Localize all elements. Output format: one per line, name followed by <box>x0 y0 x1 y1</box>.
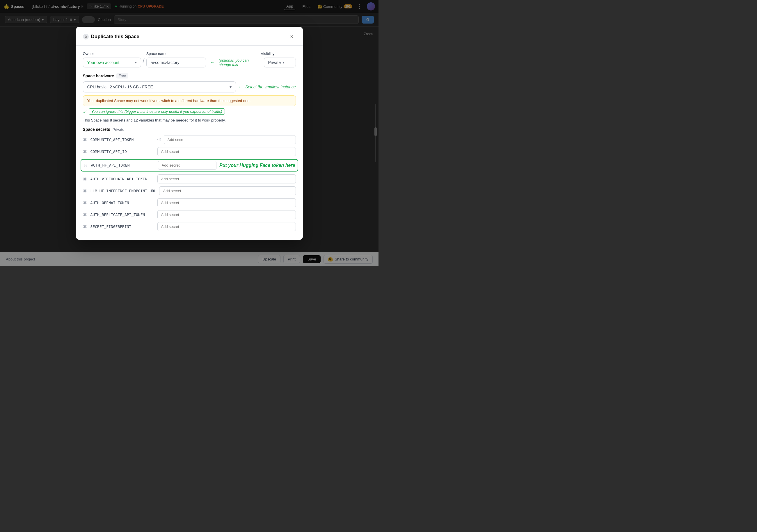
modal-title-area: ⊙ Duplicate this Space <box>83 34 139 40</box>
hardware-arrow-icon: ← <box>238 84 243 90</box>
modal-close-button[interactable]: × <box>288 33 296 41</box>
secrets-section-header: Space secrets Private <box>83 127 296 132</box>
secret-name: AUTH_OPENAI_TOKEN <box>90 201 155 205</box>
key-icon: ⌘ <box>83 163 88 168</box>
visibility-value: Private <box>268 60 281 65</box>
space-name-group: Space name ← (optional) you can change t… <box>146 51 261 68</box>
duplicate-space-modal: ⊙ Duplicate this Space × Owner Your own … <box>76 27 303 240</box>
path-separator: / <box>141 57 146 68</box>
secret-name: AUTH_VIDEOCHAIN_API_TOKEN <box>90 177 155 181</box>
chevron-down-icon-4: ▾ <box>229 85 231 89</box>
hf-token-hint: Put your Hugging Face token here <box>219 163 295 168</box>
private-badge: Private <box>112 127 124 132</box>
optional-hint: (optional) you can change this <box>219 58 261 67</box>
secret-input[interactable] <box>159 186 296 195</box>
chevron-down-icon: ▾ <box>135 61 137 65</box>
owner-spacename-row: Owner Your own account ▾ / Space name ← … <box>83 51 296 68</box>
secret-row: ⌘ AUTH_OPENAI_TOKEN <box>83 198 296 207</box>
secret-row: ⌘ SECRET_FINGERPRINT <box>83 222 296 231</box>
free-badge: Free <box>116 73 128 78</box>
owner-selector[interactable]: Your own account ▾ <box>83 58 141 68</box>
owner-label: Owner <box>83 51 141 56</box>
secrets-container: ⌘ COMMUNITY_API_TOKEN ⓘ ⌘ COMMUNITY_API_… <box>83 135 296 231</box>
secret-name: COMMUNITY_API_TOKEN <box>90 137 155 142</box>
key-icon: ⌘ <box>83 224 88 229</box>
hardware-section-header: Space hardware Free <box>83 73 296 78</box>
hardware-dropdown[interactable]: CPU basic · 2 vCPU · 16 GB · FREE ▾ <box>83 81 236 93</box>
modal-title: Duplicate this Space <box>91 34 139 40</box>
secret-name: LLM_HF_INFERENCE_ENDPOINT_URL <box>90 189 157 193</box>
arrow-icon: ← <box>210 60 215 65</box>
hardware-title: Space hardware <box>83 73 114 78</box>
info-icon: ⓘ <box>157 137 161 142</box>
secret-row: ⌘ COMMUNITY_API_ID <box>83 147 296 156</box>
space-name-input[interactable] <box>146 58 206 68</box>
secrets-title: Space secrets <box>83 127 110 132</box>
key-icon: ⌘ <box>83 137 88 142</box>
secret-input[interactable] <box>164 135 296 144</box>
secret-row: ⌘ LLM_HF_INFERENCE_ENDPOINT_URL <box>83 186 296 195</box>
secrets-info-text: This Space has 8 secrets and 12 variable… <box>83 118 296 123</box>
secret-name: AUTH_HF_API_TOKEN <box>91 163 155 167</box>
space-name-label: Space name <box>146 51 261 56</box>
modal-body: Owner Your own account ▾ / Space name ← … <box>76 46 303 240</box>
key-icon: ⌘ <box>83 177 88 182</box>
modal-icon: ⊙ <box>83 34 89 40</box>
ignore-arrow-icon: ↙ <box>83 109 86 114</box>
secret-row: ⌘ AUTH_VIDEOCHAIN_API_TOKEN <box>83 175 296 183</box>
visibility-label: Visibility <box>261 51 296 56</box>
modal-header: ⊙ Duplicate this Space × <box>76 27 303 46</box>
hardware-hint: Select the smallest instance <box>245 85 296 89</box>
warning-box: Your duplicated Space may not work if yo… <box>83 95 296 106</box>
hardware-select-row: CPU basic · 2 vCPU · 16 GB · FREE ▾ ← Se… <box>83 81 296 93</box>
key-icon: ⌘ <box>83 201 88 205</box>
owner-value: Your own account <box>87 60 120 65</box>
secret-input[interactable] <box>157 147 296 156</box>
chevron-down-icon-3: ▾ <box>283 61 284 65</box>
secret-name: COMMUNITY_API_ID <box>90 150 155 154</box>
key-icon: ⌘ <box>83 189 88 193</box>
secret-input[interactable] <box>157 198 296 207</box>
key-icon: ⌘ <box>83 150 88 154</box>
secret-input[interactable] <box>158 161 217 170</box>
ignore-note: ↙ You can ignore this (bigger machines a… <box>83 108 296 115</box>
secret-input[interactable] <box>157 222 296 231</box>
hardware-value: CPU basic · 2 vCPU · 16 GB · FREE <box>87 85 153 89</box>
secret-name: SECRET_FINGERPRINT <box>90 224 155 229</box>
key-icon: ⌘ <box>83 212 88 217</box>
secret-input[interactable] <box>157 210 296 219</box>
owner-group: Owner Your own account ▾ <box>83 51 141 68</box>
secret-row: ⌘ COMMUNITY_API_TOKEN ⓘ <box>83 135 296 144</box>
ignore-text: You can ignore this (bigger machines are… <box>89 108 225 115</box>
secret-input[interactable] <box>157 175 296 183</box>
secret-name: AUTH_REPLICATE_API_TOKEN <box>90 212 155 217</box>
visibility-group: Visibility Private ▾ <box>261 51 296 68</box>
secret-row: ⌘ AUTH_HF_API_TOKEN Put your Hugging Fac… <box>80 159 298 172</box>
visibility-selector[interactable]: Private ▾ <box>264 58 296 68</box>
secret-row: ⌘ AUTH_REPLICATE_API_TOKEN <box>83 210 296 219</box>
